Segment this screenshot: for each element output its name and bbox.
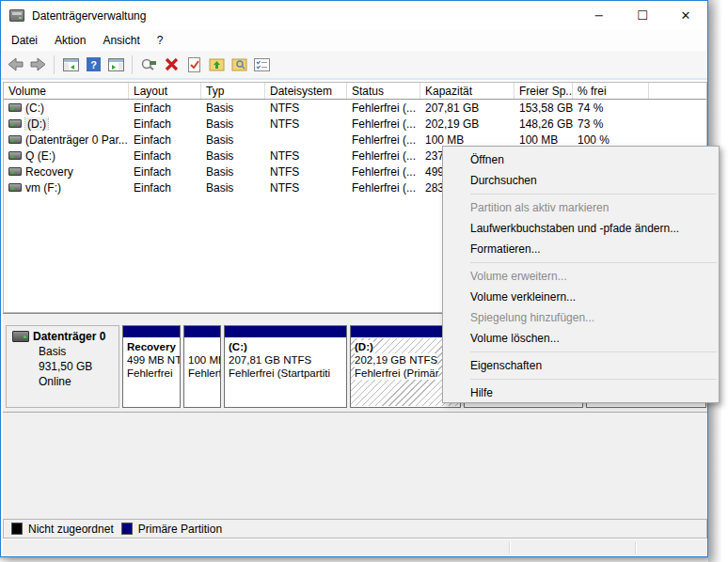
column-header-layout[interactable]: Layout xyxy=(129,83,201,99)
cell-kapazitaet: 100 MB xyxy=(420,133,514,147)
menu-item-volume-verkleinern[interactable]: Volume verkleinern... xyxy=(443,287,719,307)
cell-typ: Basis xyxy=(201,133,265,147)
partition-status: Fehlerfrei (Primär xyxy=(355,367,438,380)
help-icon[interactable]: ? xyxy=(85,56,102,73)
partition-name: (D:) xyxy=(355,340,373,353)
volume-name: vm (F:) xyxy=(25,181,61,195)
window-title: Datenträgerverwaltung xyxy=(32,9,146,23)
cell-layout: Einfach xyxy=(129,117,201,131)
cell-layout: Einfach xyxy=(129,133,201,147)
cell-typ: Basis xyxy=(201,101,265,115)
partition-efi[interactable]: 100 MB Fehlerfrei xyxy=(183,325,221,408)
volume-name: (Datenträger 0 Par... xyxy=(25,133,128,147)
rescan-disks-icon[interactable] xyxy=(140,56,157,73)
column-header-prozent-frei[interactable]: % frei xyxy=(573,83,649,99)
volume-name: (C:) xyxy=(25,101,44,115)
disk-drive-app-icon xyxy=(9,9,24,22)
cell-dateisystem: NTFS xyxy=(265,149,347,163)
column-header-dateisystem[interactable]: Dateisystem xyxy=(265,83,347,99)
disk-0-panel[interactable]: Datenträger 0 Basis 931,50 GB Online xyxy=(6,325,119,408)
cell-freier: 148,26 GB xyxy=(514,117,573,131)
unallocated-swatch xyxy=(11,523,23,535)
menu-item-laufwerkbuchstaben[interactable]: Laufwerkbuchstaben und -pfade ändern... xyxy=(443,218,719,239)
menu-separator xyxy=(470,194,717,195)
cell-status: Fehlerfrei (... xyxy=(347,117,420,131)
cell-kapazitaet: 207,81 GB xyxy=(420,101,514,115)
cell-typ: Basis xyxy=(201,149,265,163)
cell-dateisystem: NTFS xyxy=(265,181,347,195)
cell-status: Fehlerfrei (... xyxy=(347,133,420,147)
show-action-pane-icon[interactable] xyxy=(107,56,124,73)
disk-status: Online xyxy=(39,375,119,388)
partition-recovery[interactable]: Recovery 499 MB NTFS Fehlerfrei xyxy=(122,325,181,408)
menu-item-hilfe[interactable]: Hilfe xyxy=(443,382,719,403)
column-header-freier-sp[interactable]: Freier Sp... xyxy=(514,83,573,99)
legend-label: Primäre Partition xyxy=(138,523,222,536)
column-header-empty xyxy=(649,83,706,99)
delete-icon[interactable] xyxy=(163,56,180,73)
table-row-c[interactable]: (C:) Einfach Basis NTFS Fehlerfrei (... … xyxy=(4,100,706,116)
toolbar: ? xyxy=(1,51,707,80)
partition-size: 100 MB xyxy=(188,353,220,367)
cell-dateisystem: NTFS xyxy=(265,101,347,115)
menu-item-spiegelung: Spiegelung hinzufügen... xyxy=(443,307,719,328)
volume-name: Recovery xyxy=(25,165,73,179)
forward-arrow-icon[interactable] xyxy=(29,56,46,73)
menu-aktion[interactable]: Aktion xyxy=(46,31,94,50)
menu-item-eigenschaften[interactable]: Eigenschaften xyxy=(443,355,719,376)
column-header-volume[interactable]: Volume xyxy=(4,83,129,99)
partition-c[interactable]: (C:) 207,81 GB NTFS Fehlerfrei (Startpar… xyxy=(224,325,347,408)
disk-name: Datenträger 0 xyxy=(33,330,105,343)
close-button[interactable]: ✕ xyxy=(664,1,707,30)
menu-item-durchsuchen[interactable]: Durchsuchen xyxy=(443,170,719,191)
cell-status: Fehlerfrei (... xyxy=(347,149,420,163)
cell-dateisystem: NTFS xyxy=(265,117,347,131)
legend-bar: Nicht zugeordnet Primäre Partition xyxy=(3,519,707,539)
maximize-button[interactable]: ☐ xyxy=(621,1,664,30)
cell-freier: 100 MB xyxy=(514,133,573,147)
window-controls: − ☐ ✕ xyxy=(578,1,707,30)
column-header-kapazitaet[interactable]: Kapazität xyxy=(420,83,514,99)
legend-primary-partition: Primäre Partition xyxy=(121,523,222,536)
properties-checklist-icon[interactable] xyxy=(253,56,270,73)
volume-context-menu: Öffnen Durchsuchen Partition als aktiv m… xyxy=(442,146,720,403)
drive-icon xyxy=(8,135,22,144)
check-document-icon[interactable] xyxy=(185,56,202,73)
partition-status: Fehlerfrei (Startpartiti xyxy=(229,367,330,380)
window-drop-shadow xyxy=(0,557,708,562)
disk-type: Basis xyxy=(39,345,119,358)
menubar: Datei Aktion Ansicht ? xyxy=(1,30,707,51)
cell-freier: 153,58 GB xyxy=(514,101,573,115)
volume-name: (D:) xyxy=(25,117,48,131)
volume-list-header: Volume Layout Typ Dateisystem Status Kap… xyxy=(4,83,706,100)
disk-icon xyxy=(12,331,29,342)
folder-open-up-icon[interactable] xyxy=(208,56,225,73)
table-row-d-selected[interactable]: (D:) Einfach Basis NTFS Fehlerfrei (... … xyxy=(4,116,706,132)
cell-layout: Einfach xyxy=(129,181,201,195)
menu-hilfe[interactable]: ? xyxy=(149,31,172,50)
column-header-typ[interactable]: Typ xyxy=(201,83,265,99)
menu-item-volume-erweitern: Volume erweitern... xyxy=(443,266,719,287)
cell-status: Fehlerfrei (... xyxy=(347,181,420,195)
show-console-tree-icon[interactable] xyxy=(62,56,79,73)
partition-color-bar xyxy=(225,326,346,338)
back-arrow-icon[interactable] xyxy=(7,56,24,73)
menu-datei[interactable]: Datei xyxy=(3,31,46,50)
cell-typ: Basis xyxy=(201,117,265,131)
menu-item-formatieren[interactable]: Formatieren... xyxy=(443,239,719,259)
drive-icon xyxy=(8,119,22,128)
partition-status: Fehlerfrei xyxy=(127,367,173,380)
cell-prozent: 73 % xyxy=(573,117,649,131)
cell-layout: Einfach xyxy=(129,165,201,179)
menu-item-partition-aktiv: Partition als aktiv markieren xyxy=(443,197,719,218)
minimize-button[interactable]: − xyxy=(578,1,621,30)
cell-prozent: 100 % xyxy=(573,133,649,147)
menu-item-oeffnen[interactable]: Öffnen xyxy=(443,149,719,170)
menu-ansicht[interactable]: Ansicht xyxy=(94,31,148,50)
status-bar xyxy=(3,539,707,556)
menu-separator xyxy=(470,262,717,263)
cell-status: Fehlerfrei (... xyxy=(347,165,420,179)
folder-search-icon[interactable] xyxy=(230,56,247,73)
menu-item-volume-loeschen[interactable]: Volume löschen... xyxy=(443,328,719,349)
column-header-status[interactable]: Status xyxy=(347,83,420,99)
